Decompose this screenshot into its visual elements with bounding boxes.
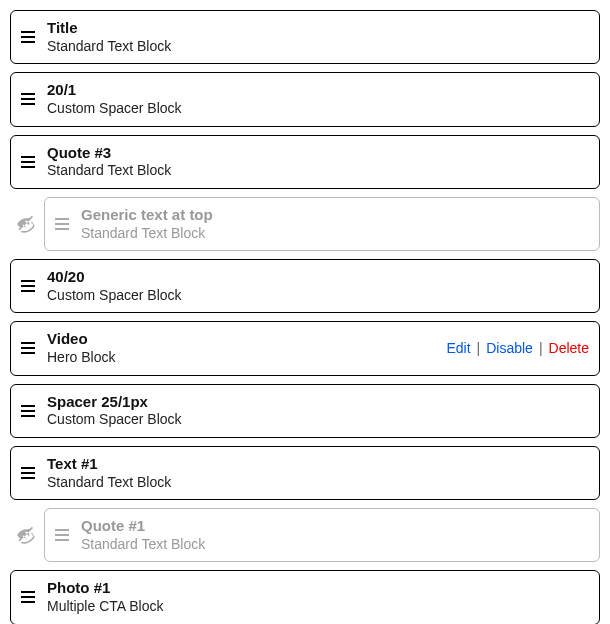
block-title: Quote #3 [47, 144, 589, 163]
drag-handle-icon[interactable] [21, 93, 35, 105]
drag-handle-icon[interactable] [21, 591, 35, 603]
eye-off-icon [16, 214, 36, 234]
block-row: Spacer 25/1pxCustom Spacer Block [10, 384, 600, 438]
block-text: Quote #3Standard Text Block [47, 144, 589, 180]
block-card[interactable]: TitleStandard Text Block [10, 10, 600, 64]
disable-link[interactable]: Disable [486, 340, 533, 356]
block-row: Text #1Standard Text Block [10, 446, 600, 500]
block-text: Spacer 25/1pxCustom Spacer Block [47, 393, 589, 429]
separator: | [539, 340, 543, 356]
drag-handle-icon[interactable] [21, 156, 35, 168]
block-subtitle: Custom Spacer Block [47, 287, 589, 305]
block-row: Generic text at topStandard Text Block [10, 197, 600, 251]
block-subtitle: Standard Text Block [81, 536, 589, 554]
block-text: 40/20Custom Spacer Block [47, 268, 589, 304]
drag-handle-icon[interactable] [55, 218, 69, 230]
eye-off-icon [16, 525, 36, 545]
block-card[interactable]: 20/1Custom Spacer Block [10, 72, 600, 126]
block-title: Title [47, 19, 589, 38]
block-subtitle: Multiple CTA Block [47, 598, 589, 616]
block-title: Text #1 [47, 455, 589, 474]
block-text: Photo #1Multiple CTA Block [47, 579, 589, 615]
block-text: Generic text at topStandard Text Block [81, 206, 589, 242]
block-card[interactable]: Generic text at topStandard Text Block [44, 197, 600, 251]
block-row: Photo #1Multiple CTA Block [10, 570, 600, 624]
block-row: Quote #3Standard Text Block [10, 135, 600, 189]
block-card[interactable]: 40/20Custom Spacer Block [10, 259, 600, 313]
delete-link[interactable]: Delete [549, 340, 589, 356]
block-text: Text #1Standard Text Block [47, 455, 589, 491]
block-title: Spacer 25/1px [47, 393, 589, 412]
visibility-indicator [10, 525, 44, 545]
block-subtitle: Custom Spacer Block [47, 411, 589, 429]
block-row: VideoHero BlockEdit|Disable|Delete [10, 321, 600, 375]
drag-handle-icon[interactable] [21, 280, 35, 292]
block-row: 40/20Custom Spacer Block [10, 259, 600, 313]
edit-link[interactable]: Edit [446, 340, 470, 356]
drag-handle-icon[interactable] [21, 405, 35, 417]
block-card[interactable]: Photo #1Multiple CTA Block [10, 570, 600, 624]
block-subtitle: Standard Text Block [47, 38, 589, 56]
block-subtitle: Standard Text Block [81, 225, 589, 243]
block-card[interactable]: Quote #1Standard Text Block [44, 508, 600, 562]
block-subtitle: Custom Spacer Block [47, 100, 589, 118]
block-title: 40/20 [47, 268, 589, 287]
block-list: TitleStandard Text Block20/1Custom Space… [10, 10, 600, 624]
block-text: TitleStandard Text Block [47, 19, 589, 55]
block-subtitle: Standard Text Block [47, 162, 589, 180]
block-actions: Edit|Disable|Delete [446, 340, 589, 356]
block-subtitle: Standard Text Block [47, 474, 589, 492]
block-row: TitleStandard Text Block [10, 10, 600, 64]
block-row: Quote #1Standard Text Block [10, 508, 600, 562]
block-text: 20/1Custom Spacer Block [47, 81, 589, 117]
block-title: Generic text at top [81, 206, 589, 225]
drag-handle-icon[interactable] [21, 31, 35, 43]
block-row: 20/1Custom Spacer Block [10, 72, 600, 126]
visibility-indicator [10, 214, 44, 234]
block-title: Video [47, 330, 446, 349]
block-text: VideoHero Block [47, 330, 446, 366]
block-title: 20/1 [47, 81, 589, 100]
drag-handle-icon[interactable] [21, 467, 35, 479]
block-card[interactable]: VideoHero BlockEdit|Disable|Delete [10, 321, 600, 375]
block-subtitle: Hero Block [47, 349, 446, 367]
block-card[interactable]: Text #1Standard Text Block [10, 446, 600, 500]
block-text: Quote #1Standard Text Block [81, 517, 589, 553]
block-card[interactable]: Spacer 25/1pxCustom Spacer Block [10, 384, 600, 438]
drag-handle-icon[interactable] [55, 529, 69, 541]
block-title: Photo #1 [47, 579, 589, 598]
block-title: Quote #1 [81, 517, 589, 536]
separator: | [477, 340, 481, 356]
drag-handle-icon[interactable] [21, 342, 35, 354]
block-card[interactable]: Quote #3Standard Text Block [10, 135, 600, 189]
